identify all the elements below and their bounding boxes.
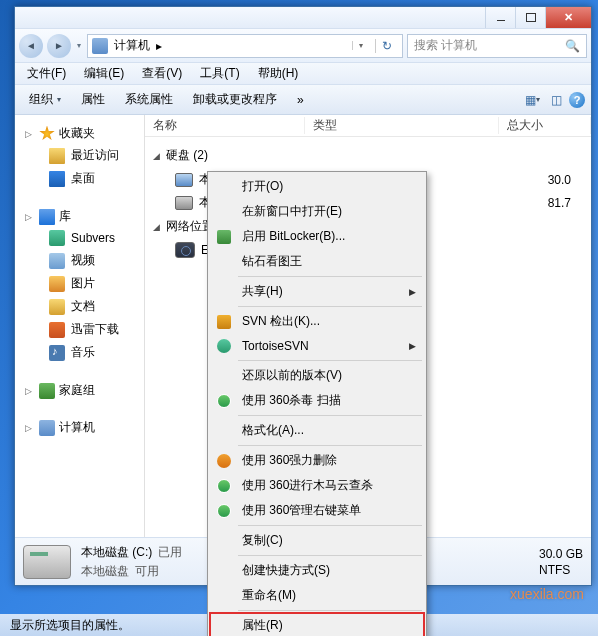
menu-tools[interactable]: 工具(T)	[192, 62, 247, 85]
status-text: 显示所选项目的属性。	[10, 617, 130, 634]
breadcrumb-arrow-icon[interactable]: ▸	[156, 39, 162, 53]
watermark: xuexila.com	[510, 586, 584, 602]
drive-large-icon	[23, 545, 71, 579]
cm-tortoisesvn[interactable]: TortoiseSVN▶	[210, 334, 424, 358]
cm-separator	[238, 445, 422, 446]
maximize-button[interactable]	[515, 7, 545, 28]
menu-file[interactable]: 文件(F)	[19, 62, 74, 85]
toolbar-organize[interactable]: 组织▾	[21, 87, 69, 112]
menu-view[interactable]: 查看(V)	[134, 62, 190, 85]
music-icon	[49, 345, 65, 361]
titlebar: ✕	[15, 7, 591, 29]
address-dropdown[interactable]: ▾	[352, 41, 369, 50]
cm-open[interactable]: 打开(O)	[210, 174, 424, 199]
search-placeholder: 搜索 计算机	[414, 37, 477, 54]
svn-icon	[217, 315, 231, 329]
cm-separator	[238, 610, 422, 611]
cm-separator	[238, 306, 422, 307]
desktop-icon	[49, 171, 65, 187]
view-options-button[interactable]: ▦ ▾	[521, 89, 543, 111]
back-button[interactable]: ◄	[19, 34, 43, 58]
libraries-icon	[39, 209, 55, 225]
cm-properties[interactable]: 属性(R)	[210, 613, 424, 636]
sidebar-item-subversion[interactable]: Subvers	[15, 227, 144, 249]
camera-icon	[175, 242, 195, 258]
sidebar-item-recent[interactable]: 最近访问	[15, 144, 144, 167]
minimize-button[interactable]	[485, 7, 515, 28]
subversion-icon	[49, 230, 65, 246]
star-icon	[39, 126, 55, 142]
sidebar-item-music[interactable]: 音乐	[15, 341, 144, 364]
column-size[interactable]: 总大小	[499, 117, 591, 134]
cm-separator	[238, 276, 422, 277]
details-title: 本地磁盘 (C:)	[81, 544, 152, 561]
tortoisesvn-icon	[217, 339, 231, 353]
sidebar-item-videos[interactable]: 视频	[15, 249, 144, 272]
cm-format[interactable]: 格式化(A)...	[210, 418, 424, 443]
sidebar-item-downloads[interactable]: 迅雷下载	[15, 318, 144, 341]
cm-bitlocker[interactable]: 启用 BitLocker(B)...	[210, 224, 424, 249]
category-disks[interactable]: ◢硬盘 (2)	[145, 143, 591, 168]
sidebar-libraries[interactable]: ▷库	[15, 206, 144, 227]
breadcrumb-computer[interactable]: 计算机	[114, 37, 150, 54]
video-icon	[49, 253, 65, 269]
cm-separator	[238, 415, 422, 416]
cm-share[interactable]: 共享(H)▶	[210, 279, 424, 304]
refresh-button[interactable]: ↻	[375, 39, 398, 53]
help-button[interactable]: ?	[569, 92, 585, 108]
toolbar-properties[interactable]: 属性	[73, 87, 113, 112]
address-bar[interactable]: 计算机 ▸ ▾ ↻	[87, 34, 403, 58]
cm-copy[interactable]: 复制(C)	[210, 528, 424, 553]
sidebar-computer[interactable]: ▷计算机	[15, 417, 144, 438]
details-filesystem: NTFS	[539, 563, 570, 577]
360-menu-icon	[217, 504, 231, 518]
sidebar-item-desktop[interactable]: 桌面	[15, 167, 144, 190]
close-button[interactable]: ✕	[545, 7, 591, 28]
sidebar-favorites[interactable]: ▷收藏夹	[15, 123, 144, 144]
sidebar-item-pictures[interactable]: 图片	[15, 272, 144, 295]
cm-svn-checkout[interactable]: SVN 检出(K)...	[210, 309, 424, 334]
cm-360-force-delete[interactable]: 使用 360强力删除	[210, 448, 424, 473]
cm-diamond-viewer[interactable]: 钻石看图王	[210, 249, 424, 274]
submenu-arrow-icon: ▶	[409, 341, 416, 351]
toolbar-system-properties[interactable]: 系统属性	[117, 87, 181, 112]
computer-icon	[92, 38, 108, 54]
toolbar: 组织▾ 属性 系统属性 卸载或更改程序 » ▦ ▾ ◫ ?	[15, 85, 591, 115]
preview-pane-button[interactable]: ◫	[545, 89, 567, 111]
column-type[interactable]: 类型	[305, 117, 499, 134]
cm-360-trojan-scan[interactable]: 使用 360进行木马云查杀	[210, 473, 424, 498]
document-icon	[49, 299, 65, 315]
column-headers: 名称 类型 总大小	[145, 115, 591, 137]
cm-separator	[238, 360, 422, 361]
cm-rename[interactable]: 重命名(M)	[210, 583, 424, 608]
toolbar-overflow[interactable]: »	[289, 89, 312, 111]
menu-help[interactable]: 帮助(H)	[250, 62, 307, 85]
cm-360-rightclick-manage[interactable]: 使用 360管理右键菜单	[210, 498, 424, 523]
cm-open-new-window[interactable]: 在新窗口中打开(E)	[210, 199, 424, 224]
menu-bar: 文件(F) 编辑(E) 查看(V) 工具(T) 帮助(H)	[15, 63, 591, 85]
sidebar-homegroup[interactable]: ▷家庭组	[15, 380, 144, 401]
details-avail-label: 可用	[135, 563, 159, 580]
cm-create-shortcut[interactable]: 创建快捷方式(S)	[210, 558, 424, 583]
navigation-pane: ▷收藏夹 最近访问 桌面 ▷库 Subvers 视频 图片 文档 迅雷下载 音乐…	[15, 115, 145, 537]
search-icon[interactable]: 🔍	[565, 39, 580, 53]
homegroup-icon	[39, 383, 55, 399]
menu-edit[interactable]: 编辑(E)	[76, 62, 132, 85]
forward-button[interactable]: ►	[47, 34, 71, 58]
cm-previous-versions[interactable]: 还原以前的版本(V)	[210, 363, 424, 388]
details-used-label: 已用	[158, 544, 182, 561]
360-delete-icon	[217, 454, 231, 468]
context-menu: 打开(O) 在新窗口中打开(E) 启用 BitLocker(B)... 钻石看图…	[207, 171, 427, 636]
nav-history-dropdown[interactable]: ▾	[75, 41, 83, 50]
navigation-bar: ◄ ► ▾ 计算机 ▸ ▾ ↻ 搜索 计算机 🔍	[15, 29, 591, 63]
cm-separator	[238, 525, 422, 526]
360-shield-icon	[217, 394, 231, 408]
toolbar-uninstall[interactable]: 卸载或更改程序	[185, 87, 285, 112]
search-input[interactable]: 搜索 计算机 🔍	[407, 34, 587, 58]
sidebar-item-documents[interactable]: 文档	[15, 295, 144, 318]
drive-icon	[175, 173, 193, 187]
column-name[interactable]: 名称	[145, 117, 305, 134]
360-cloud-icon	[217, 479, 231, 493]
cm-360-scan[interactable]: 使用 360杀毒 扫描	[210, 388, 424, 413]
picture-icon	[49, 276, 65, 292]
